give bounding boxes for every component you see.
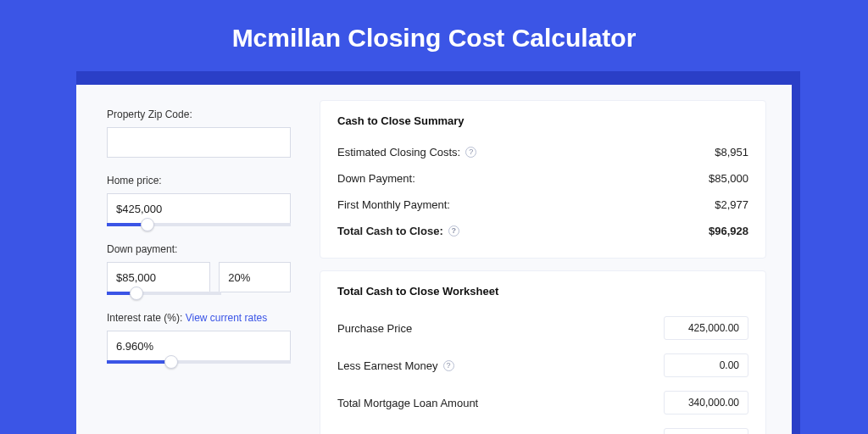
zip-label: Property Zip Code: — [107, 108, 291, 120]
help-icon[interactable]: ? — [465, 147, 476, 158]
worksheet-row-earnest: Less Earnest Money ? 0.00 — [337, 347, 748, 384]
worksheet-row-loan: Total Mortgage Loan Amount 340,000.00 — [337, 384, 748, 421]
worksheet-earnest-value[interactable]: 0.00 — [664, 353, 748, 377]
worksheet-loan-label: Total Mortgage Loan Amount — [337, 397, 478, 409]
worksheet-purchase-value[interactable]: 425,000.00 — [664, 316, 748, 340]
worksheet-purchase-label: Purchase Price — [337, 322, 412, 335]
summary-row-dp: Down Payment: $85,000 — [337, 165, 748, 192]
interest-slider-fill — [107, 360, 171, 364]
interest-slider-thumb[interactable] — [164, 355, 178, 369]
page-title: Mcmillan Closing Cost Calculator — [0, 0, 868, 71]
worksheet-row-purchase: Purchase Price 425,000.00 — [337, 309, 748, 347]
summary-card: Cash to Close Summary Estimated Closing … — [320, 100, 766, 259]
zip-input[interactable] — [107, 127, 291, 158]
worksheet-row-second: Total Second Mortgage Amount ? — [337, 421, 748, 434]
summary-total-label: Total Cash to Close: — [337, 225, 443, 237]
blue-band — [76, 71, 792, 85]
worksheet-purchase-value-text: 425,000.00 — [688, 322, 739, 334]
down-payment-field: Down payment: — [107, 243, 291, 295]
summary-est-label: Estimated Closing Costs: — [337, 146, 460, 159]
interest-field: Interest rate (%): View current rates — [107, 312, 291, 364]
help-icon[interactable]: ? — [443, 360, 454, 371]
down-payment-amount-input[interactable] — [107, 262, 210, 292]
interest-label-row: Interest rate (%): View current rates — [107, 312, 291, 324]
help-icon[interactable]: ? — [448, 225, 459, 236]
summary-est-value: $8,951 — [715, 146, 748, 159]
home-price-field: Home price: — [107, 175, 291, 226]
down-payment-label: Down payment: — [107, 243, 291, 255]
down-payment-slider[interactable] — [107, 292, 221, 295]
summary-total-value: $96,928 — [709, 225, 748, 237]
view-rates-link[interactable]: View current rates — [186, 312, 268, 324]
home-price-slider-thumb[interactable] — [141, 218, 154, 231]
home-price-input[interactable] — [107, 193, 291, 224]
worksheet-earnest-label: Less Earnest Money — [337, 359, 438, 372]
zip-field: Property Zip Code: — [107, 108, 291, 158]
worksheet-card: Total Cash to Close Worksheet Purchase P… — [320, 270, 766, 434]
summary-row-fmp: First Monthly Payment: $2,977 — [337, 192, 748, 218]
worksheet-loan-value-text: 340,000.00 — [688, 397, 739, 409]
home-price-label: Home price: — [107, 175, 291, 186]
summary-row-est: Estimated Closing Costs: ? $8,951 — [337, 139, 748, 165]
summary-dp-value: $85,000 — [709, 172, 748, 185]
summary-fmp-label: First Monthly Payment: — [337, 198, 450, 211]
summary-title: Cash to Close Summary — [337, 114, 748, 127]
worksheet-second-value[interactable] — [664, 428, 748, 434]
left-panel: Property Zip Code: Home price: Down paym… — [76, 85, 309, 434]
worksheet-loan-value[interactable]: 340,000.00 — [664, 391, 748, 415]
interest-label: Interest rate (%): — [107, 312, 182, 324]
summary-fmp-value: $2,977 — [715, 198, 748, 211]
app-shell: Property Zip Code: Home price: Down paym… — [76, 85, 792, 434]
right-panel: Cash to Close Summary Estimated Closing … — [309, 85, 792, 434]
interest-input[interactable] — [107, 331, 291, 361]
app-shell-wrap: Property Zip Code: Home price: Down paym… — [0, 71, 868, 434]
summary-row-total: Total Cash to Close: ? $96,928 — [337, 218, 748, 244]
interest-slider[interactable] — [107, 360, 291, 364]
down-payment-slider-thumb[interactable] — [130, 287, 143, 300]
down-payment-percent-input[interactable] — [219, 262, 291, 292]
worksheet-title: Total Cash to Close Worksheet — [337, 285, 748, 298]
home-price-slider[interactable] — [107, 223, 291, 226]
worksheet-earnest-value-text: 0.00 — [720, 359, 739, 371]
summary-dp-label: Down Payment: — [337, 172, 415, 185]
